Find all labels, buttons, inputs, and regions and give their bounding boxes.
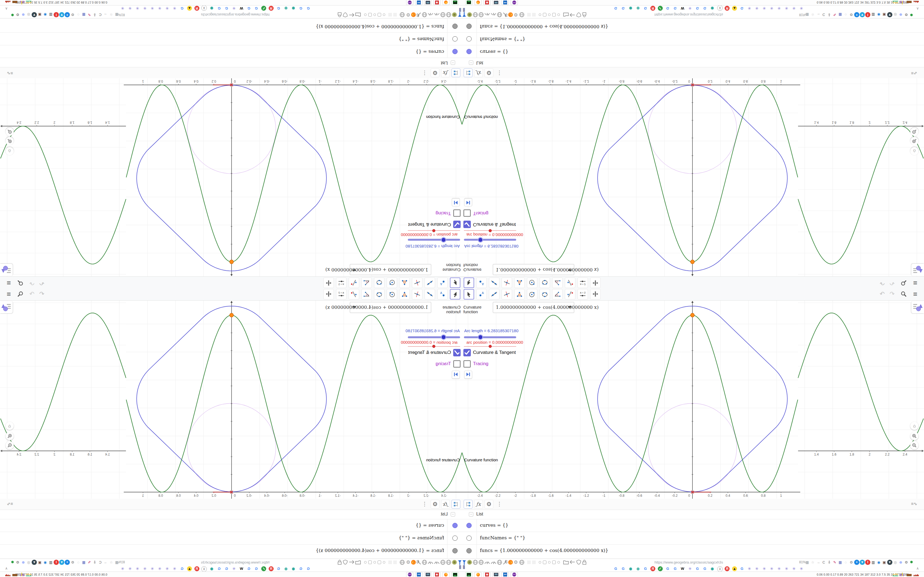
algebra-row[interactable]: funcNames = {" "}: [0, 32, 462, 45]
gauge-icon[interactable]: [491, 11, 496, 17]
bookmark-favicon[interactable]: G: [702, 566, 707, 571]
bookmark-favicon[interactable]: ◉: [628, 566, 633, 571]
extension-icon[interactable]: ⊕: [898, 560, 903, 565]
zoom-in-icon[interactable]: [5, 137, 14, 145]
bookmark-favicon[interactable]: i: [201, 566, 207, 572]
bookmark-favicon[interactable]: ✳: [231, 566, 236, 571]
radio-dot-icon[interactable]: [539, 13, 541, 16]
tool-conic-five-points[interactable]: [374, 289, 384, 300]
extension-icon[interactable]: ⊕: [21, 560, 26, 565]
shield-icon[interactable]: [343, 11, 347, 17]
tray-expander-icon[interactable]: ∧: [916, 566, 919, 571]
bookmark-favicon[interactable]: ✳: [165, 566, 170, 571]
extension-icon[interactable]: ⚙: [849, 12, 854, 17]
bookmark-favicon[interactable]: ✳: [142, 566, 147, 571]
chevron-down-icon[interactable]: [352, 268, 356, 271]
extension-icon[interactable]: ▥: [48, 12, 53, 17]
tray-expander-icon[interactable]: ∧: [916, 6, 919, 11]
visibility-marble-icon[interactable]: [452, 523, 457, 528]
bookmark-favicon[interactable]: ◉: [710, 6, 715, 11]
zoom-out-icon[interactable]: [5, 127, 14, 136]
taskbar-app-monitor[interactable]: [424, 572, 431, 577]
curvature-tangent-checkbox[interactable]: [464, 221, 471, 228]
undo-icon[interactable]: ↶: [878, 290, 887, 298]
bookmark-favicon[interactable]: ✳: [120, 566, 125, 571]
extension-icon[interactable]: ▣: [37, 560, 42, 565]
style-bar-popup[interactable]: [0, 301, 13, 313]
extension-icon[interactable]: ☆: [108, 12, 114, 17]
undo-icon[interactable]: ↶: [37, 290, 46, 298]
visibility-marble-icon[interactable]: [467, 49, 472, 54]
lock-icon[interactable]: [338, 11, 342, 17]
style-bar-popup[interactable]: [0, 264, 13, 276]
extension-icon[interactable]: ◉: [43, 560, 48, 565]
home-icon[interactable]: ⌂: [5, 147, 14, 155]
extension-icon[interactable]: ◎: [893, 12, 898, 17]
algebra-row[interactable]: funcNames = {" "}: [462, 32, 924, 45]
algebra-style-icon[interactable]: [464, 68, 472, 77]
tool-line[interactable]: [489, 277, 499, 288]
tool-polygon[interactable]: [399, 277, 410, 288]
wrench-icon[interactable]: [417, 560, 421, 566]
olive-icon[interactable]: [467, 560, 472, 566]
bookmark-favicon[interactable]: G: [740, 566, 745, 571]
globe-icon[interactable]: [422, 11, 427, 17]
taskbar-app-monitor[interactable]: [493, 572, 500, 577]
bookmark-favicon[interactable]: Я: [194, 566, 199, 571]
bookmark-favicon[interactable]: ✳: [784, 566, 789, 571]
tool-point[interactable]: A: [437, 277, 448, 288]
folder-icon[interactable]: [355, 560, 361, 566]
bookmark-favicon[interactable]: ✓: [261, 6, 266, 11]
shield-icon[interactable]: [577, 11, 581, 17]
bookmark-favicon[interactable]: ◉: [209, 566, 214, 571]
bookmark-favicon[interactable]: Я: [194, 6, 199, 11]
bookmark-favicon[interactable]: ✳: [172, 6, 177, 11]
bookmark-favicon[interactable]: G: [643, 566, 648, 571]
collapse-icon[interactable]: −: [451, 60, 455, 65]
globe-icon[interactable]: [400, 560, 405, 566]
extension-icon[interactable]: ⇩: [92, 12, 97, 17]
wrench-icon[interactable]: [503, 11, 507, 17]
fx-icon[interactable]: ƒx: [474, 68, 483, 77]
extension-icon[interactable]: →: [103, 12, 108, 17]
extension-icon[interactable]: ⚙: [70, 560, 75, 565]
visibility-marble-icon[interactable]: [452, 548, 457, 553]
taskbar-app-monitor[interactable]: [424, 0, 431, 5]
bookmark-favicon[interactable]: G: [665, 566, 670, 571]
bookmark-favicon[interactable]: ✳: [172, 566, 177, 571]
bookmark-favicon[interactable]: ✳: [792, 6, 796, 11]
bookmark-favicon[interactable]: Я: [269, 6, 274, 11]
extension-icon[interactable]: ⚙: [15, 560, 20, 565]
redo-icon[interactable]: ↷: [888, 290, 897, 298]
extension-icon[interactable]: +: [65, 12, 70, 17]
arc-position-slider-knob[interactable]: [432, 345, 435, 348]
extension-icon[interactable]: ⚙: [70, 12, 75, 17]
toggle-square-icon[interactable]: [543, 13, 546, 16]
tray-expander-icon[interactable]: ∧: [5, 6, 8, 11]
bookmark-favicon[interactable]: ✳: [777, 6, 782, 11]
globe-icon[interactable]: [478, 11, 484, 17]
tool-conic-five-points[interactable]: [374, 277, 384, 288]
tool-circle-center-point[interactable]: [527, 277, 537, 288]
extension-icon[interactable]: ☆: [810, 12, 816, 17]
extension-icon[interactable]: I: [865, 12, 871, 17]
algebra-row[interactable]: funcNames = {" "}: [0, 532, 462, 545]
bookmark-favicon[interactable]: i: [201, 5, 207, 11]
zoom-out-icon[interactable]: [910, 441, 919, 450]
taskbar-app-drive[interactable]: [465, 572, 472, 577]
bookmark-favicon[interactable]: ✳: [128, 6, 132, 11]
visibility-marble-icon[interactable]: [452, 36, 457, 42]
home-icon[interactable]: ⌂: [5, 422, 14, 430]
bookmark-favicon[interactable]: G: [246, 6, 251, 11]
extension-icon[interactable]: ◉: [876, 560, 881, 565]
settings-gear-icon[interactable]: ⚙: [485, 500, 493, 509]
bookmark-favicon[interactable]: G: [702, 6, 707, 11]
tool-angle[interactable]: α: [361, 289, 372, 300]
bookmark-favicon[interactable]: ◉: [291, 566, 296, 571]
address-bar-url[interactable]: https://www.geogebra.org/classic/aagcxh3…: [654, 560, 723, 564]
extension-icon[interactable]: ✎: [832, 12, 837, 17]
bookmark-favicon[interactable]: G: [673, 566, 678, 571]
extension-icon[interactable]: ✎: [832, 560, 837, 565]
extension-icon[interactable]: ◌: [843, 560, 848, 565]
zoom-out-icon[interactable]: [910, 127, 919, 136]
